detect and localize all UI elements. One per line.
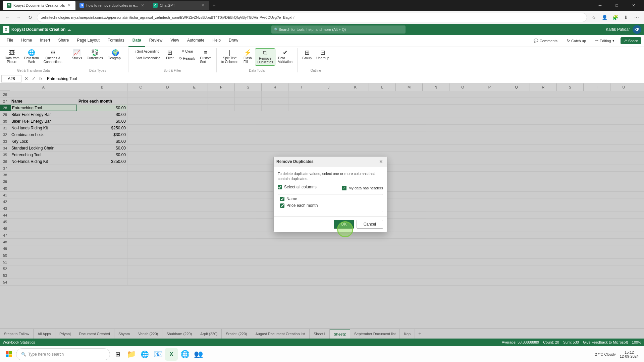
tab2[interactable]: G how to remove duplicates in e... ✕ [75, 1, 149, 10]
cell-a38[interactable] [10, 172, 77, 178]
cell-a26[interactable] [10, 91, 77, 98]
tab-page-layout[interactable]: Page Layout [73, 35, 103, 47]
close-button[interactable]: ✕ [626, 0, 641, 11]
cell-c27[interactable] [127, 98, 154, 105]
edge-browser-icon[interactable]: 🌐 [138, 348, 151, 361]
cell-b38[interactable] [77, 172, 127, 178]
cell-j27[interactable] [315, 98, 342, 105]
cell-rest31[interactable] [127, 125, 644, 131]
cell-i28[interactable] [288, 105, 315, 111]
formula-input[interactable] [46, 75, 643, 82]
cell-g28[interactable] [235, 105, 262, 111]
cell-h28[interactable] [262, 105, 288, 111]
confirm-formula-button[interactable]: ✓ [30, 75, 37, 82]
tab-help[interactable]: Help [208, 35, 225, 47]
cell-b35[interactable]: $0.00 [77, 152, 127, 158]
settings-button[interactable]: ⋯ [632, 13, 641, 22]
cell-b33[interactable]: $0.00 [77, 138, 127, 145]
cell-rest54[interactable] [127, 279, 644, 286]
cell-b50[interactable] [77, 252, 127, 259]
back-button[interactable]: ← [3, 13, 12, 22]
dialog-close-button[interactable]: ✕ [378, 158, 384, 165]
reapply-button[interactable]: ↻ Reapply [177, 55, 197, 62]
user-avatar[interactable]: KP [633, 25, 641, 34]
cell-a48[interactable] [10, 239, 77, 245]
stocks-button[interactable]: 📈 Stocks [70, 48, 84, 61]
sheet-tab-vansh[interactable]: Vansh (220) [134, 329, 162, 339]
sheet-tab-sheet1[interactable]: Sheet1 [310, 329, 330, 339]
cell-a41[interactable] [10, 192, 77, 198]
cell-b53[interactable] [77, 272, 127, 279]
cell-a28[interactable]: Entrenching Tool [10, 105, 77, 111]
tab-data[interactable]: Data [128, 35, 145, 47]
cell-b43[interactable] [77, 205, 127, 212]
cell-a52[interactable] [10, 265, 77, 272]
sheet-tab-kop[interactable]: Kop [400, 329, 415, 339]
cell-g26[interactable] [235, 91, 262, 98]
cell-a54[interactable] [10, 279, 77, 286]
cell-rest49[interactable] [127, 245, 644, 252]
taskbar-search[interactable]: 🔍 Type here to search [16, 348, 110, 360]
cell-c29[interactable] [127, 111, 154, 118]
cell-a29[interactable]: Biker Fuel Energy Bar [10, 111, 77, 118]
cell-b26[interactable] [77, 91, 127, 98]
cell-b47[interactable] [77, 232, 127, 239]
sheet-tab-all-apps[interactable]: All Apps [34, 329, 55, 339]
downloads-button[interactable]: ⬇ [621, 13, 631, 22]
sheet-tab-sheet2[interactable]: Sheet2 [330, 329, 350, 339]
cell-a42[interactable] [10, 198, 77, 205]
favorites-button[interactable]: ☆ [589, 13, 598, 22]
cell-a31[interactable]: No-Hands Riding Kit [10, 125, 77, 131]
geography-button[interactable]: 🌍 Geograp... [106, 48, 125, 61]
active-tab[interactable]: X Kopyst Documents Creation.xls ✕ [3, 1, 75, 10]
sheet-tab-priyanj[interactable]: Priyanj [55, 329, 75, 339]
cell-rest26[interactable] [342, 91, 644, 98]
share-button[interactable]: ↗ Share [621, 37, 641, 44]
sort-descending-button[interactable]: ↓ Sort Descending [131, 55, 162, 61]
cell-rest30[interactable] [154, 118, 644, 125]
tab-home[interactable]: Home [17, 35, 36, 47]
sheet-tab-doc-created[interactable]: Document Created [75, 329, 114, 339]
cell-b39[interactable] [77, 178, 127, 185]
tab3-close[interactable]: ✕ [201, 2, 205, 8]
name-column-checkbox[interactable] [280, 197, 284, 201]
tab-draw[interactable]: Draw [225, 35, 242, 47]
cell-b49[interactable] [77, 245, 127, 252]
cell-b30[interactable]: $0.00 [77, 118, 127, 125]
cell-rest47[interactable] [127, 232, 644, 239]
ok-button[interactable]: OK [334, 220, 354, 229]
extensions-button[interactable]: 🧩 [610, 13, 620, 22]
cell-g27[interactable] [235, 98, 262, 105]
tab-insert[interactable]: Insert [36, 35, 54, 47]
cell-d27[interactable] [154, 98, 181, 105]
cell-a33[interactable]: Key Lock [10, 138, 77, 145]
chrome-icon[interactable]: 🌐 [178, 348, 191, 361]
tab-file[interactable]: File [3, 35, 17, 47]
sheet-tab-shyam[interactable]: Shyam [114, 329, 134, 339]
cell-a47[interactable] [10, 232, 77, 239]
cell-a27[interactable]: Name [10, 98, 77, 105]
filter-button[interactable]: ⊞ Filter [163, 48, 176, 61]
start-button[interactable] [3, 348, 15, 360]
cell-a45[interactable] [10, 219, 77, 225]
cell-a36[interactable]: No-Hands Riding Kit [10, 158, 77, 165]
clear-button[interactable]: ✕ Clear [177, 48, 197, 55]
cell-rest53[interactable] [127, 272, 644, 279]
catch-up-button[interactable]: ↻ Catch up [564, 37, 589, 44]
sheet-tab-steps[interactable]: Steps to Follow [0, 329, 34, 339]
cell-rest51[interactable] [127, 259, 644, 265]
insert-function-button[interactable]: fx [38, 75, 44, 82]
flash-fill-button[interactable]: ⚡ FlashFill [241, 48, 254, 65]
remove-duplicates-button[interactable]: ⧉ RemoveDuplicates [255, 48, 275, 66]
cell-b40[interactable] [77, 185, 127, 192]
comments-button[interactable]: 💬 Comments [530, 37, 561, 44]
currencies-button[interactable]: 💱 Currencies [85, 48, 105, 61]
mail-icon[interactable]: 📧 [152, 348, 164, 361]
cell-b34[interactable]: $0.00 [77, 145, 127, 152]
cancel-button[interactable]: Cancel [357, 220, 383, 229]
cell-b37[interactable] [77, 165, 127, 172]
tab-automate[interactable]: Automate [183, 35, 208, 47]
tab-review[interactable]: Review [145, 35, 166, 47]
sort-ascending-button[interactable]: ↑ Sort Ascending [131, 48, 162, 54]
tab-formulas[interactable]: Formulas [104, 35, 128, 47]
